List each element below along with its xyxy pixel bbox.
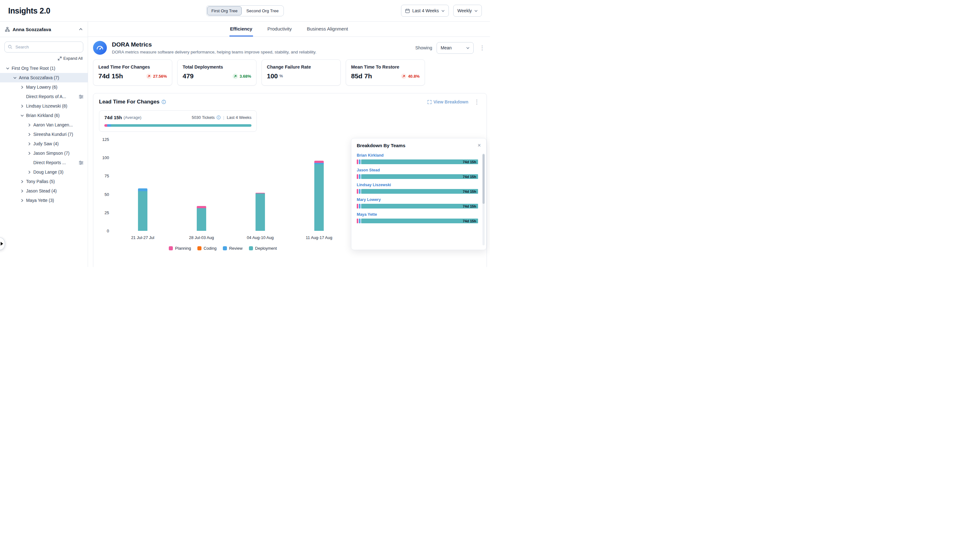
- tree-item[interactable]: First Org Tree Root (1): [0, 64, 88, 73]
- chevron-right-icon[interactable]: [19, 104, 25, 108]
- date-range-select[interactable]: Last 4 Weeks: [401, 5, 449, 17]
- tree-item-label: Doug Lange (3): [33, 170, 64, 175]
- org-chart-icon: [5, 27, 10, 32]
- metric-delta-value: 3.68%: [240, 74, 251, 79]
- metric-card-value: 85d 7h: [351, 72, 372, 80]
- tree-item[interactable]: Sireesha Kunduri (7): [0, 129, 88, 139]
- chevron-right-icon[interactable]: [27, 171, 32, 174]
- legend-swatch: [223, 246, 227, 250]
- chevron-right-icon[interactable]: [27, 142, 32, 146]
- metric-card-title: Mean Time To Restore: [351, 64, 420, 70]
- org-tree-option-second-org-tree[interactable]: Second Org Tree: [242, 6, 283, 15]
- legend-item-deployment[interactable]: Deployment: [249, 246, 277, 251]
- breakdown-team-link[interactable]: Mary Lowery: [357, 198, 380, 202]
- tree-item[interactable]: Anna Scozzafava (7): [0, 73, 88, 82]
- x-axis-label: 11 Aug-17 Aug: [306, 235, 332, 240]
- metric-card: Total Deployments4793.68%: [177, 59, 256, 86]
- metric-cards: Lead Time For Changes74d 15h27.56%Total …: [93, 59, 487, 86]
- tree-item[interactable]: Direct Reports of A...: [0, 92, 88, 101]
- scrollbar-thumb[interactable]: [482, 154, 485, 204]
- chevron-right-icon[interactable]: [19, 189, 25, 193]
- bar-segment-deployment: [197, 208, 206, 231]
- chevron-right-icon[interactable]: [27, 133, 32, 136]
- chevron-down-icon[interactable]: [5, 67, 10, 70]
- tree-item-label: Jason Stead (4): [26, 189, 57, 193]
- chevron-up-icon[interactable]: [79, 27, 83, 31]
- metric-delta: 27.56%: [146, 73, 167, 79]
- tab-business-alignment[interactable]: Business Alignment: [306, 22, 348, 37]
- tree-item-label: Maya Yette (3): [26, 198, 54, 203]
- info-icon[interactable]: [162, 100, 166, 104]
- tree-item[interactable]: Jason Stead (4): [0, 186, 88, 196]
- summary-average-label: (Average): [124, 115, 142, 120]
- breakdown-team-link[interactable]: Maya Yette: [357, 212, 377, 217]
- chevron-down-icon: [466, 46, 469, 50]
- breakdown-value: 74d 15h: [463, 204, 476, 208]
- tree-item-label: Mary Lowery (6): [26, 85, 57, 89]
- tree-item[interactable]: Direct Reports ...: [0, 158, 88, 167]
- chevron-right-icon[interactable]: [19, 180, 25, 183]
- breakdown-segment-planning: [357, 204, 358, 209]
- info-icon[interactable]: [216, 115, 221, 120]
- tree-item[interactable]: Tony Pallas (5): [0, 177, 88, 186]
- chevron-right-icon[interactable]: [19, 199, 25, 202]
- tree-item[interactable]: Aaron Van Langen...: [0, 120, 88, 129]
- dora-section-title: DORA Metrics: [112, 41, 317, 48]
- search-input[interactable]: [5, 41, 83, 53]
- close-icon[interactable]: ×: [476, 142, 482, 148]
- chevron-down-icon[interactable]: [19, 114, 25, 117]
- legend-label: Review: [229, 246, 243, 251]
- bar-segment-planning: [197, 206, 206, 208]
- chevron-right-icon[interactable]: [19, 86, 25, 89]
- breakdown-value: 74d 15h: [463, 160, 476, 164]
- legend-item-coding[interactable]: Coding: [197, 246, 216, 251]
- aggregation-select[interactable]: Mean: [437, 42, 474, 54]
- scrollbar[interactable]: [482, 153, 485, 245]
- dora-menu-icon[interactable]: ⋮: [478, 45, 486, 51]
- chart-menu-icon[interactable]: ⋮: [473, 99, 481, 105]
- breakdown-team-link[interactable]: Jason Stead: [357, 168, 380, 172]
- tree-item[interactable]: Judy Saw (4): [0, 139, 88, 148]
- tree-item[interactable]: Brian Kirkland (6): [0, 111, 88, 120]
- breakdown-team-link[interactable]: Lindsay Liszewski: [357, 183, 391, 187]
- breakdown-bar: 74d 15h: [357, 204, 478, 209]
- chevron-right-icon[interactable]: [27, 151, 32, 155]
- divider: |: [223, 115, 224, 120]
- metric-card-value-row: 74d 15h27.56%: [99, 72, 167, 80]
- legend-swatch: [169, 246, 173, 250]
- granularity-select[interactable]: Weekly: [453, 5, 482, 17]
- legend-item-review[interactable]: Review: [223, 246, 243, 251]
- view-breakdown-button[interactable]: View Breakdown: [428, 99, 468, 104]
- tree-item[interactable]: Doug Lange (3): [0, 167, 88, 177]
- expand-all-button[interactable]: Expand All: [0, 53, 88, 62]
- tree-item[interactable]: Maya Yette (3): [0, 196, 88, 205]
- tree-item-label: Brian Kirkland (6): [26, 113, 60, 118]
- chevron-right-icon[interactable]: [27, 123, 32, 127]
- legend-item-planning[interactable]: Planning: [169, 246, 191, 251]
- main-content: EfficiencyProductivityBusiness Alignment…: [88, 22, 490, 267]
- expand-corners-icon: [428, 100, 431, 104]
- chevron-down-icon[interactable]: [12, 76, 18, 80]
- bar-segment-deployment: [256, 193, 265, 231]
- metric-card: Lead Time For Changes74d 15h27.56%: [93, 59, 172, 86]
- chart-bar[interactable]: [138, 188, 147, 231]
- chart-bar[interactable]: [197, 206, 206, 231]
- summary-bar-segment-planning: [104, 124, 107, 127]
- dora-section-description: DORA metrics measure software delivery p…: [112, 50, 317, 54]
- tab-efficiency[interactable]: Efficiency: [229, 22, 253, 37]
- tree-item[interactable]: Jason Simpson (7): [0, 148, 88, 158]
- tree-item-label: Aaron Van Langen...: [33, 123, 73, 128]
- chart-bar[interactable]: [314, 161, 324, 231]
- sidebar-expand-handle[interactable]: [0, 238, 5, 250]
- chart-bar[interactable]: [256, 193, 265, 231]
- tree-item[interactable]: Mary Lowery (6): [0, 82, 88, 92]
- tree-item[interactable]: Lindsay Liszewski (8): [0, 101, 88, 111]
- y-axis-tick: 25: [105, 210, 109, 215]
- tree-item-label: Direct Reports ...: [33, 160, 66, 165]
- breakdown-segment-review: [359, 159, 361, 164]
- filter-icon[interactable]: [79, 95, 83, 99]
- tab-productivity[interactable]: Productivity: [267, 22, 293, 37]
- breakdown-team-link[interactable]: Brian Kirkland: [357, 153, 383, 158]
- filter-icon[interactable]: [79, 161, 83, 165]
- org-tree-option-first-org-tree[interactable]: First Org Tree: [207, 6, 241, 15]
